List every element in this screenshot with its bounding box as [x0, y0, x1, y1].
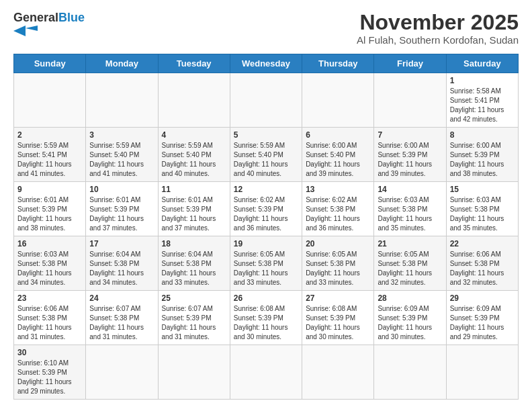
weekday-saturday: Saturday: [446, 54, 518, 73]
calendar-cell: 5Sunrise: 5:59 AM Sunset: 5:40 PM Daylig…: [230, 128, 302, 182]
day-number: 26: [234, 293, 298, 303]
day-number: 12: [234, 185, 298, 194]
calendar-cell: 27Sunrise: 6:08 AM Sunset: 5:39 PM Dayli…: [302, 291, 374, 345]
calendar-cell: 9Sunrise: 6:01 AM Sunset: 5:39 PM Daylig…: [14, 182, 86, 236]
calendar-cell: [230, 345, 302, 400]
calendar-cell: [158, 73, 230, 128]
day-number: 18: [162, 239, 226, 248]
month-title: November 2025: [357, 11, 519, 34]
calendar-week-row: 16Sunrise: 6:03 AM Sunset: 5:38 PM Dayli…: [14, 236, 519, 291]
calendar-header: SundayMondayTuesdayWednesdayThursdayFrid…: [14, 54, 519, 73]
calendar-cell: 16Sunrise: 6:03 AM Sunset: 5:38 PM Dayli…: [14, 236, 86, 291]
day-number: 20: [306, 239, 370, 248]
day-number: 11: [162, 185, 226, 194]
day-info: Sunrise: 6:10 AM Sunset: 5:39 PM Dayligh…: [17, 359, 82, 396]
day-info: Sunrise: 6:03 AM Sunset: 5:38 PM Dayligh…: [378, 195, 442, 233]
logo-icon: [13, 26, 47, 36]
weekday-header-row: SundayMondayTuesdayWednesdayThursdayFrid…: [14, 54, 519, 73]
day-info: Sunrise: 6:02 AM Sunset: 5:38 PM Dayligh…: [306, 195, 370, 233]
calendar-cell: [86, 73, 158, 128]
day-info: Sunrise: 5:59 AM Sunset: 5:40 PM Dayligh…: [234, 141, 298, 179]
calendar-week-row: 23Sunrise: 6:06 AM Sunset: 5:38 PM Dayli…: [14, 291, 519, 345]
logo-text: GeneralBlue: [13, 11, 85, 26]
day-info: Sunrise: 5:59 AM Sunset: 5:40 PM Dayligh…: [89, 141, 154, 179]
day-number: 19: [234, 239, 298, 248]
day-number: 27: [306, 293, 370, 303]
calendar-cell: 26Sunrise: 6:08 AM Sunset: 5:39 PM Dayli…: [230, 291, 302, 345]
day-number: 25: [162, 293, 226, 303]
day-info: Sunrise: 6:08 AM Sunset: 5:39 PM Dayligh…: [306, 304, 370, 342]
day-info: Sunrise: 6:03 AM Sunset: 5:38 PM Dayligh…: [17, 250, 82, 287]
calendar-cell: 22Sunrise: 6:06 AM Sunset: 5:38 PM Dayli…: [446, 236, 518, 291]
day-number: 2: [17, 130, 82, 140]
day-info: Sunrise: 6:05 AM Sunset: 5:38 PM Dayligh…: [306, 250, 370, 287]
weekday-friday: Friday: [374, 54, 446, 73]
weekday-sunday: Sunday: [14, 54, 86, 73]
day-info: Sunrise: 6:01 AM Sunset: 5:39 PM Dayligh…: [162, 195, 226, 233]
day-info: Sunrise: 6:09 AM Sunset: 5:39 PM Dayligh…: [450, 304, 515, 342]
calendar-cell: 8Sunrise: 6:00 AM Sunset: 5:39 PM Daylig…: [446, 128, 518, 182]
day-info: Sunrise: 6:06 AM Sunset: 5:38 PM Dayligh…: [17, 304, 82, 342]
day-number: 21: [378, 239, 442, 248]
day-number: 23: [17, 293, 82, 303]
day-info: Sunrise: 6:00 AM Sunset: 5:39 PM Dayligh…: [450, 141, 515, 179]
day-number: 17: [89, 239, 154, 248]
day-info: Sunrise: 5:58 AM Sunset: 5:41 PM Dayligh…: [450, 87, 515, 124]
calendar-cell: 25Sunrise: 6:07 AM Sunset: 5:39 PM Dayli…: [158, 291, 230, 345]
day-number: 16: [17, 239, 82, 248]
day-number: 29: [450, 293, 515, 303]
day-info: Sunrise: 6:06 AM Sunset: 5:38 PM Dayligh…: [450, 250, 515, 287]
calendar-week-row: 30Sunrise: 6:10 AM Sunset: 5:39 PM Dayli…: [14, 345, 519, 400]
calendar-cell: 14Sunrise: 6:03 AM Sunset: 5:38 PM Dayli…: [374, 182, 446, 236]
calendar-cell: 20Sunrise: 6:05 AM Sunset: 5:38 PM Dayli…: [302, 236, 374, 291]
day-number: 24: [89, 293, 154, 303]
day-number: 3: [89, 130, 154, 140]
day-number: 7: [378, 130, 442, 140]
day-info: Sunrise: 6:01 AM Sunset: 5:39 PM Dayligh…: [89, 195, 154, 233]
day-info: Sunrise: 6:07 AM Sunset: 5:39 PM Dayligh…: [162, 304, 226, 342]
calendar-cell: 11Sunrise: 6:01 AM Sunset: 5:39 PM Dayli…: [158, 182, 230, 236]
calendar-cell: 3Sunrise: 5:59 AM Sunset: 5:40 PM Daylig…: [86, 128, 158, 182]
calendar-cell: [158, 345, 230, 400]
day-info: Sunrise: 5:59 AM Sunset: 5:40 PM Dayligh…: [162, 141, 226, 179]
calendar-cell: 10Sunrise: 6:01 AM Sunset: 5:39 PM Dayli…: [86, 182, 158, 236]
day-number: 8: [450, 130, 515, 140]
calendar-cell: 15Sunrise: 6:03 AM Sunset: 5:38 PM Dayli…: [446, 182, 518, 236]
calendar-week-row: 9Sunrise: 6:01 AM Sunset: 5:39 PM Daylig…: [14, 182, 519, 236]
day-info: Sunrise: 6:00 AM Sunset: 5:39 PM Dayligh…: [378, 141, 442, 179]
calendar-cell: [302, 73, 374, 128]
calendar-cell: 7Sunrise: 6:00 AM Sunset: 5:39 PM Daylig…: [374, 128, 446, 182]
day-number: 28: [378, 293, 442, 303]
day-number: 13: [306, 185, 370, 194]
calendar-cell: 13Sunrise: 6:02 AM Sunset: 5:38 PM Dayli…: [302, 182, 374, 236]
calendar-cell: [374, 345, 446, 400]
weekday-monday: Monday: [86, 54, 158, 73]
day-info: Sunrise: 6:05 AM Sunset: 5:38 PM Dayligh…: [234, 250, 298, 287]
calendar-cell: 21Sunrise: 6:05 AM Sunset: 5:38 PM Dayli…: [374, 236, 446, 291]
calendar-cell: [446, 345, 518, 400]
day-info: Sunrise: 6:04 AM Sunset: 5:38 PM Dayligh…: [162, 250, 226, 287]
calendar-cell: 19Sunrise: 6:05 AM Sunset: 5:38 PM Dayli…: [230, 236, 302, 291]
day-number: 4: [162, 130, 226, 140]
calendar-cell: 18Sunrise: 6:04 AM Sunset: 5:38 PM Dayli…: [158, 236, 230, 291]
calendar-cell: 2Sunrise: 5:59 AM Sunset: 5:41 PM Daylig…: [14, 128, 86, 182]
day-info: Sunrise: 6:01 AM Sunset: 5:39 PM Dayligh…: [17, 195, 82, 233]
calendar-week-row: 2Sunrise: 5:59 AM Sunset: 5:41 PM Daylig…: [14, 128, 519, 182]
calendar-cell: [374, 73, 446, 128]
title-area: November 2025 Al Fulah, Southern Kordofa…: [357, 11, 519, 46]
day-number: 6: [306, 130, 370, 140]
day-number: 14: [378, 185, 442, 194]
calendar-cell: 6Sunrise: 6:00 AM Sunset: 5:40 PM Daylig…: [302, 128, 374, 182]
weekday-tuesday: Tuesday: [158, 54, 230, 73]
day-info: Sunrise: 6:02 AM Sunset: 5:39 PM Dayligh…: [234, 195, 298, 233]
calendar-cell: [14, 73, 86, 128]
calendar-body: 1Sunrise: 5:58 AM Sunset: 5:41 PM Daylig…: [14, 73, 519, 400]
day-number: 10: [89, 185, 154, 194]
day-info: Sunrise: 5:59 AM Sunset: 5:41 PM Dayligh…: [17, 141, 82, 179]
day-number: 9: [17, 185, 82, 194]
day-number: 22: [450, 239, 515, 248]
calendar-week-row: 1Sunrise: 5:58 AM Sunset: 5:41 PM Daylig…: [14, 73, 519, 128]
day-info: Sunrise: 6:09 AM Sunset: 5:39 PM Dayligh…: [378, 304, 442, 342]
svg-marker-0: [13, 26, 26, 36]
location-subtitle: Al Fulah, Southern Kordofan, Sudan: [357, 34, 519, 46]
